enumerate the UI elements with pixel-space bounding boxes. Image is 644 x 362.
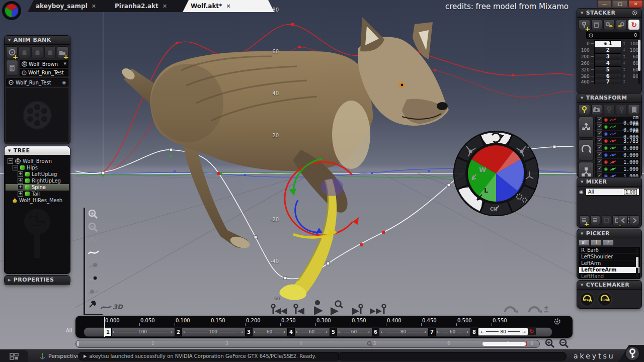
app-logo[interactable] [2, 1, 22, 21]
character-dropdown[interactable]: C Wolf_Brown ▼ [20, 60, 68, 68]
gear-icon[interactable] [631, 10, 638, 16]
picker-item[interactable]: LeftShoulder [579, 254, 639, 260]
snapshot-button[interactable] [591, 104, 603, 115]
ghosting-before-button[interactable] [503, 304, 518, 315]
restore-button[interactable]: □ [613, 0, 627, 8]
timeline-gear-icon[interactable] [553, 318, 561, 325]
range-thumb[interactable] [482, 342, 526, 346]
eye-icon[interactable]: ◉ [604, 118, 608, 122]
linear-tangent-tool[interactable] [88, 235, 103, 248]
previous-key-button[interactable] [293, 303, 306, 315]
eye-icon[interactable]: ◉ [604, 167, 608, 171]
tab-close-icon[interactable]: ✕ [226, 3, 230, 10]
anim-name-field[interactable]: Wolf_Run_Test [20, 69, 68, 76]
next-key-button[interactable] [350, 303, 363, 315]
picker-header[interactable]: ▼ PICKER [577, 229, 641, 238]
trash-icon[interactable] [6, 60, 18, 76]
timeline-key-4[interactable]: 4 [287, 328, 295, 336]
stacker-row[interactable]: 320 5 ↕60 [578, 66, 638, 73]
tree-node-leftupleg[interactable]: + LeftUpLeg [6, 171, 69, 177]
pose-library-button[interactable] [628, 104, 640, 115]
picker-item[interactable]: LeftArm [579, 260, 639, 267]
timeline-key-6[interactable]: 6 [372, 328, 379, 336]
page-prev-button[interactable] [618, 215, 628, 225]
anim-bank-list[interactable] [6, 88, 68, 142]
timeline-key-2[interactable]: 2 [175, 328, 182, 336]
tangent-handle-tool-2[interactable] [88, 274, 103, 287]
add-key-button[interactable] [579, 19, 590, 30]
playhead[interactable] [104, 317, 105, 337]
tree-header[interactable]: ▼ TREE [5, 146, 70, 155]
smooth-tangent-tool[interactable] [88, 248, 103, 261]
eye-icon[interactable]: ◉ [604, 132, 608, 136]
stacker-row[interactable]: 200 3 ↕60 [578, 53, 638, 60]
tree-node-wolf-brown[interactable]: −C Wolf_Brown [6, 158, 69, 164]
zoom-out-timeline-button[interactable] [558, 338, 570, 349]
ghost-key2-button[interactable] [616, 104, 627, 115]
filter-right-button[interactable]: r [603, 239, 614, 246]
play-zoom-button[interactable] [330, 300, 345, 315]
layout-switcher-button[interactable] [0, 350, 28, 362]
eye-icon[interactable]: ◉ [604, 160, 608, 164]
stacker-header[interactable]: ▼ STACKER [577, 9, 641, 18]
eye-icon[interactable]: ◉ [62, 80, 66, 85]
solo-keys-button[interactable] [616, 19, 627, 30]
tab-piranha2[interactable]: Piranha2.akt ✕ [107, 0, 196, 12]
play-button[interactable] [312, 300, 324, 315]
tree-node-tail[interactable]: + Tail [6, 191, 69, 197]
transform-row-rx[interactable]: ✓◉ 3.783 [595, 138, 640, 145]
export-anim-button[interactable] [44, 46, 56, 58]
ghost-key-button[interactable] [603, 104, 615, 115]
timeline-cycle-icon[interactable]: ↻ [527, 328, 536, 335]
transform-row-sx[interactable]: ✓◉ 1.000 [595, 159, 640, 166]
import-anim-button[interactable] [31, 46, 43, 58]
layer-list-button[interactable] [590, 215, 600, 225]
stacker-row[interactable]: 380 6 ↕80 [578, 73, 638, 79]
timeline-key-1[interactable]: 1 [104, 328, 112, 336]
translate-tool-button[interactable] [579, 117, 594, 138]
close-button[interactable]: ✕ [628, 0, 643, 8]
view-mode-label[interactable]: Perspective [48, 353, 80, 359]
cyclemaker-header[interactable]: ▼ CYCLEMAKER [577, 281, 641, 290]
stacker-row[interactable]: 260 4 ↕60 [578, 60, 638, 66]
timeline-key-3[interactable]: 3 [245, 328, 253, 336]
transform-row-ry[interactable]: ✓◉ 0.000 [595, 145, 640, 152]
curve-3d-toggle[interactable]: 3D [101, 303, 123, 311]
zoom-out-tool[interactable] [88, 222, 103, 235]
rotate-tool-button[interactable] [579, 139, 594, 160]
merge-layers-button[interactable] [601, 215, 611, 225]
tree-node-rightupleg[interactable]: + RightUpLeg [6, 177, 69, 184]
eye-icon[interactable]: ◉ [604, 139, 608, 143]
tangent-handle-tool-3[interactable] [88, 287, 103, 300]
zoom-in-tool[interactable] [88, 209, 103, 222]
transform-row-sy[interactable]: ✓◉ 1.000 [595, 166, 640, 173]
eye-icon[interactable]: ◉ [604, 125, 608, 129]
timeline-key-8[interactable]: 8 [470, 328, 478, 336]
anim-bank-item[interactable]: Wolf_Run_Test ◉ [6, 78, 68, 86]
eye-icon[interactable]: ◉ [604, 153, 608, 157]
picker-item[interactable]: LeftHand [579, 274, 639, 279]
properties-header[interactable]: ▶ PROPERTIES [5, 276, 70, 285]
key-logo[interactable] [625, 346, 640, 361]
set-key-button[interactable] [579, 104, 590, 115]
timeline-active-segment[interactable]: ←80→ [478, 328, 528, 335]
picker-item[interactable]: R_Ear6 [579, 247, 639, 254]
transform-row-rz[interactable]: ✓◉ 0.000 [595, 152, 640, 159]
mixer-weight[interactable]: 1.00 [624, 189, 637, 195]
timeline[interactable]: 0.000 0.050 0.100 0.150 0.200 0.250 0.30… [75, 316, 573, 338]
go-to-end-button[interactable] [369, 303, 387, 315]
mixer-layer-all[interactable]: All 1.00 [586, 188, 639, 196]
add-layer-button[interactable] [579, 215, 589, 225]
cycle-toggle-button[interactable]: ↻ [628, 19, 640, 30]
filter-all-button[interactable]: all [579, 239, 590, 246]
mixer-header[interactable]: ▼ MIXER [577, 177, 641, 187]
tab-close-icon[interactable]: ✕ [92, 3, 96, 10]
tree-node-spine[interactable]: + Spine [6, 184, 69, 191]
anim-bank-header[interactable]: ▼ ANIM BANK [5, 36, 70, 45]
new-anim-button[interactable] [6, 46, 18, 58]
timeline-key-5[interactable]: 5 [330, 328, 337, 336]
transform-header[interactable]: ▼ TRANSFORM [577, 94, 641, 103]
rgb-pie[interactable] [468, 145, 524, 202]
tab-wolf[interactable]: Wolf.akt* ✕ [183, 0, 274, 12]
tangent-handle-tool-1[interactable] [88, 261, 103, 274]
